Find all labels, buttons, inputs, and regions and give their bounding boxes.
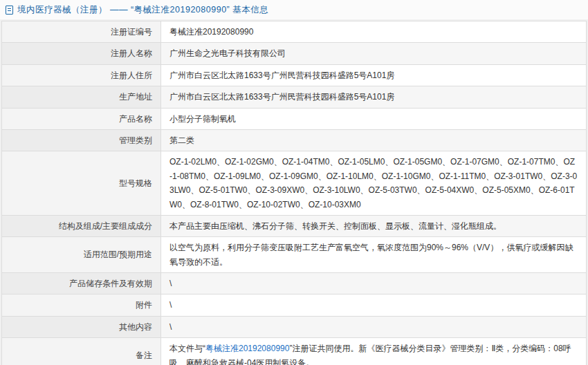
table-row: 附件\ <box>2 294 587 316</box>
remark-highlight-text: 粤械注准20192080990 <box>205 344 289 353</box>
row-label: 生产地址 <box>2 86 161 108</box>
table-row: 其他内容\ <box>2 316 587 337</box>
row-label: 注册人名称 <box>2 43 161 64</box>
table-row: 产品储存条件及有效期\ <box>2 273 587 294</box>
table-row: 适用范围/预期用途以空气为原料，利用分子筛变压吸附工艺生产富氧空气，氧浓度范围为… <box>2 237 587 273</box>
row-label: 适用范围/预期用途 <box>2 237 161 273</box>
info-table: 注册证编号粤械注准20192080990注册人名称广州生命之光电子科技有限公司注… <box>1 21 587 365</box>
row-value: \ <box>161 273 587 294</box>
remark-text: 本文件与“ <box>169 344 205 353</box>
page: 境内医疗器械（注册） —— “粤械注准20192080990” 基本信息 注册证… <box>0 0 588 365</box>
row-label: 注册证编号 <box>2 21 161 43</box>
row-label: 其他内容 <box>2 316 161 337</box>
row-value: 第二类 <box>161 129 587 151</box>
row-value: \ <box>161 294 587 316</box>
table-row: 注册证编号粤械注准20192080990 <box>2 21 587 43</box>
row-value: 本产品主要由压缩机、沸石分子筛、转换开关、控制面板、显示板、流量计、湿化瓶组成。 <box>161 215 587 236</box>
document-icon <box>6 6 13 15</box>
page-header: 境内医疗器械（注册） —— “粤械注准20192080990” 基本信息 <box>0 0 588 19</box>
table-row: 产品名称小型分子筛制氧机 <box>2 108 587 129</box>
row-label: 备注 <box>2 338 161 365</box>
row-value: \ <box>161 316 587 337</box>
row-value: OZ-1-02LM0、OZ-1-02GM0、OZ-1-04TM0、OZ-1-05… <box>161 151 587 216</box>
row-label: 型号规格 <box>2 151 161 216</box>
page-title: 境内医疗器械（注册） —— “粤械注准20192080990” 基本信息 <box>17 4 268 16</box>
row-label: 结构及组成/主要组成成分 <box>2 215 161 236</box>
table-row: 备注本文件与“粤械注准20192080990”注册证共同使用。新《医疗器械分类目… <box>2 338 587 365</box>
row-label: 附件 <box>2 294 161 316</box>
row-value: 小型分子筛制氧机 <box>161 108 587 129</box>
table-row: 管理类别第二类 <box>2 129 587 151</box>
row-value: 本文件与“粤械注准20192080990”注册证共同使用。新《医疗器械分类目录》… <box>161 338 587 365</box>
row-value: 粤械注准20192080990 <box>161 21 587 43</box>
row-value: 广州市白云区北太路1633号广州民营科技园科盛路5号A101房 <box>161 64 587 86</box>
table-row: 结构及组成/主要组成成分本产品主要由压缩机、沸石分子筛、转换开关、控制面板、显示… <box>2 215 587 236</box>
row-label: 管理类别 <box>2 129 161 151</box>
row-label: 产品名称 <box>2 108 161 129</box>
table-row: 生产地址广州市白云区北太路1633号广州民营科技园科盛路5号A101房 <box>2 86 587 108</box>
table-row: 注册人名称广州生命之光电子科技有限公司 <box>2 43 587 64</box>
info-table-body: 注册证编号粤械注准20192080990注册人名称广州生命之光电子科技有限公司注… <box>2 21 587 365</box>
row-value: 广州市白云区北太路1633号广州民营科技园科盛路5号A101房 <box>161 86 587 108</box>
row-label: 产品储存条件及有效期 <box>2 273 161 294</box>
row-label: 注册人住所 <box>2 64 161 86</box>
row-value: 广州生命之光电子科技有限公司 <box>161 43 587 64</box>
row-value: 以空气为原料，利用分子筛变压吸附工艺生产富氧空气，氧浓度范围为90%～96%（V… <box>161 237 587 273</box>
table-row: 注册人住所广州市白云区北太路1633号广州民营科技园科盛路5号A101房 <box>2 64 587 86</box>
table-row: 型号规格OZ-1-02LM0、OZ-1-02GM0、OZ-1-04TM0、OZ-… <box>2 151 587 216</box>
